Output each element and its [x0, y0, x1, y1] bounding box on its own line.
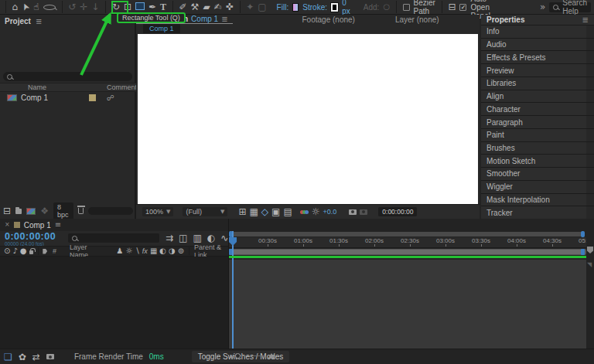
roto-brush-tool-icon[interactable]: ✍ — [214, 2, 222, 12]
collapse-transformations-icon[interactable]: ☼ — [126, 247, 133, 255]
resolution-dropdown[interactable]: (Full) ▼ — [183, 207, 227, 216]
help-search-box[interactable]: Search Help — [549, 2, 591, 12]
frame-blending-icon[interactable]: ▥ — [193, 233, 201, 243]
zoom-tool-icon[interactable] — [43, 5, 56, 10]
graph-editor-icon[interactable]: ∿ — [220, 233, 228, 243]
bezier-path-checkbox[interactable] — [403, 4, 410, 11]
comp-button-icon[interactable]: ◥ — [587, 262, 592, 268]
collapsed-panel-tab[interactable]: Audio — [481, 39, 594, 51]
collapsed-panel-tab[interactable]: Libraries — [481, 77, 594, 90]
mini-flowchart-icon[interactable]: ⇉ — [166, 233, 173, 243]
grid-guides-icon[interactable]: ⊞ — [238, 207, 246, 216]
quality-icon[interactable]: ∖ — [135, 247, 139, 255]
puppet-pin-tool-icon[interactable]: ✜ — [226, 2, 234, 12]
work-area-bar[interactable] — [229, 249, 586, 255]
time-ruler[interactable]: 0s00:30s01:00s01:30s02:00s02:30s03:00s03… — [229, 237, 594, 248]
current-timecode[interactable]: 0:00:00:00 — [5, 231, 56, 242]
interpret-footage-icon[interactable]: ⊟ — [3, 206, 11, 216]
audio-icon[interactable]: ♪ — [12, 247, 17, 255]
exposure-value[interactable]: +0.0 — [323, 208, 337, 216]
type-tool-icon[interactable]: T — [160, 2, 166, 12]
preview-timecode[interactable]: 0:00:00:00 — [378, 207, 417, 216]
transparency-grid-icon[interactable]: ▦ — [249, 207, 258, 216]
adjustment-layer-icon[interactable]: ◑ — [169, 247, 176, 255]
stroke-swatch[interactable] — [331, 3, 338, 12]
home-icon[interactable]: ⌂ — [12, 2, 18, 12]
exposure-icon[interactable]: ☼ — [312, 207, 320, 216]
collapsed-panel-tab[interactable]: Character — [481, 103, 594, 115]
video-eye-icon[interactable]: ⊙ — [4, 247, 10, 255]
project-column-headers[interactable]: Name Comment — [0, 83, 136, 92]
eraser-tool-icon[interactable]: ▰ — [203, 2, 210, 12]
fast-previews-icon[interactable]: ✿ — [19, 352, 26, 362]
label-color-swatch[interactable] — [89, 94, 96, 101]
project-item-name[interactable]: Comp 1 — [21, 94, 48, 102]
collapsed-panel-tab[interactable]: Effects & Presets — [481, 51, 594, 63]
swap-arrows-icon[interactable]: ⇄ — [32, 352, 40, 362]
composition-subtab[interactable]: Comp 1 — [143, 24, 180, 33]
bezier-path-label[interactable]: Bezier Path — [414, 0, 435, 15]
brush-tool-icon[interactable]: ✐ — [179, 2, 187, 12]
column-number[interactable]: # — [53, 247, 56, 255]
motion-blur-icon[interactable]: ◐ — [207, 233, 215, 243]
panel-menu-icon[interactable]: ≡ — [582, 16, 589, 24]
collapsed-panel-tab[interactable]: Brushes — [481, 142, 594, 155]
zoom-slider-track[interactable] — [237, 355, 265, 357]
selection-tool-icon[interactable]: ➤ — [20, 2, 32, 12]
solo-icon[interactable]: ● — [20, 247, 27, 255]
column-comment[interactable]: Comment — [107, 83, 137, 91]
collapsed-panel-tab[interactable]: Preview — [481, 64, 594, 77]
clone-stamp-tool-icon[interactable]: ⚒ — [191, 2, 200, 12]
zoom-in-mountain-icon[interactable] — [268, 353, 275, 359]
column-name[interactable]: Name — [28, 83, 46, 91]
render-multiple-frames-icon[interactable]: ❏ — [4, 352, 12, 362]
zoom-slider-knob[interactable] — [235, 353, 241, 359]
navigator-end-handle[interactable] — [581, 231, 585, 237]
composition-canvas[interactable] — [138, 34, 478, 204]
lock-icon[interactable] — [29, 250, 33, 254]
adjust-icon[interactable]: ❖ — [40, 206, 49, 216]
project-search-input[interactable] — [3, 72, 132, 81]
tab-layer[interactable]: Layer (none) — [395, 15, 439, 24]
collapsed-panel-tab[interactable]: Paint — [481, 129, 594, 141]
time-navigator[interactable] — [229, 231, 586, 237]
track-background[interactable] — [229, 260, 586, 349]
shy-icon[interactable]: ♟ — [117, 247, 124, 255]
stroke-width-value[interactable]: 0 px — [342, 0, 350, 15]
comp-marker-icon[interactable] — [587, 247, 593, 253]
panel-menu-icon[interactable]: ≡ — [55, 221, 61, 229]
timeline-search-input[interactable] — [68, 233, 159, 243]
close-icon[interactable]: × — [5, 222, 10, 228]
layer-list-empty[interactable] — [0, 257, 228, 349]
camera-status-icon[interactable] — [46, 354, 54, 359]
new-folder-icon[interactable] — [15, 209, 22, 214]
hand-tool-icon[interactable]: ☝ — [33, 2, 39, 12]
fx-icon[interactable]: fx — [142, 247, 148, 255]
new-composition-icon[interactable] — [26, 208, 36, 215]
stroke-label[interactable]: Stroke: — [302, 3, 327, 12]
collapsed-panel-tab[interactable]: Wiggler — [481, 181, 594, 193]
properties-panel-title[interactable]: Properties — [486, 15, 524, 24]
label-column-icon[interactable] — [43, 249, 47, 254]
timeline-zoom-slider[interactable] — [229, 353, 275, 359]
project-item-comp1[interactable]: Comp 1 ☍ — [0, 93, 136, 103]
frame-blend-icon[interactable]: ▦ — [150, 247, 157, 255]
fill-label[interactable]: Fill: — [277, 3, 289, 12]
zoom-out-mountain-icon[interactable] — [229, 355, 234, 358]
fill-swatch[interactable] — [292, 3, 299, 12]
project-panel-title[interactable]: Project — [5, 17, 31, 26]
delete-icon[interactable] — [78, 208, 83, 214]
toolbar-overflow-chevrons[interactable]: » — [540, 2, 545, 12]
channel-icon[interactable] — [302, 210, 309, 214]
playhead-line[interactable] — [232, 231, 234, 349]
region-of-interest-icon[interactable]: ▣ — [271, 207, 280, 216]
snapshot-camera-icon[interactable] — [349, 209, 357, 215]
collapsed-panel-tab[interactable]: Paragraph — [481, 116, 594, 128]
motion-blur-column-icon[interactable]: ◐ — [159, 247, 166, 255]
collapsed-panel-tab[interactable]: Align — [481, 90, 594, 103]
collapsed-panel-tab[interactable]: Motion Sketch — [481, 155, 594, 167]
panel-menu-icon[interactable]: ≡ — [36, 18, 42, 26]
work-area-end-handle[interactable] — [581, 249, 585, 255]
3d-layer-icon[interactable]: ⊚ — [178, 247, 184, 255]
tab-footage[interactable]: Footage (none) — [302, 15, 355, 24]
